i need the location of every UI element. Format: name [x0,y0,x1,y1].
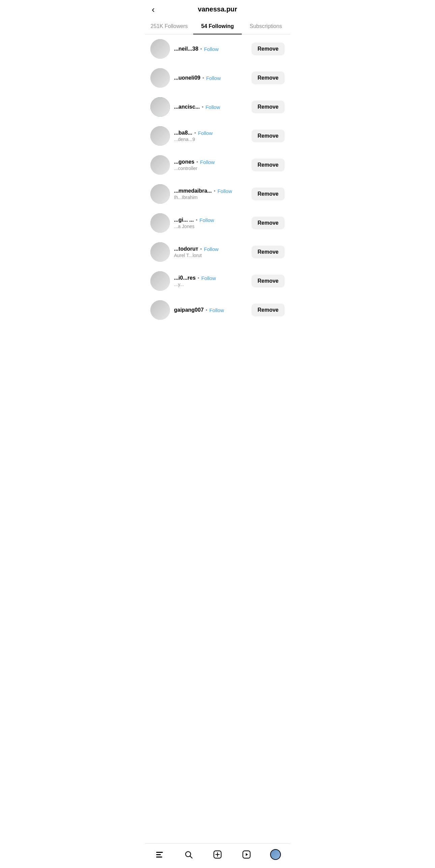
avatar[interactable] [150,68,170,88]
display-name: ...controller [174,166,248,171]
tabs-bar: 251K Followers 54 Following Subscription… [145,19,290,34]
remove-button[interactable]: Remove [252,304,285,316]
tab-following[interactable]: 54 Following [193,19,241,34]
user-info: ...i0...res • Follow ...y... [174,275,248,287]
avatar[interactable] [150,155,170,175]
username: gaipang007 [174,307,204,313]
follow-button[interactable]: Follow [218,188,232,194]
user-info: ...todoruт • Follow Aurel T...lorut [174,246,248,258]
follow-button[interactable]: Follow [209,307,224,313]
follow-button[interactable]: Follow [200,159,214,165]
username: ...neil...38 [174,46,198,52]
follow-button[interactable]: Follow [206,75,221,81]
list-item: ...neil...38 • Follow Remove [145,34,290,63]
user-info: ...gi... ... • Follow ...a Jones [174,217,248,229]
user-info: ...ancisc... • Follow [174,104,248,110]
user-info: gaipang007 • Follow [174,307,248,313]
remove-button[interactable]: Remove [252,43,285,55]
remove-button[interactable]: Remove [252,72,285,84]
add-icon [213,850,222,859]
nav-reels-button[interactable] [240,848,253,861]
user-info: ...uoneli09 • Follow [174,75,248,81]
tab-subscriptions[interactable]: Subscriptions [242,19,290,34]
svg-line-1 [190,856,192,858]
list-item: gaipang007 • Follow Remove [145,296,290,325]
display-name: ...dena...9 [174,137,248,142]
page-title: vanessa.pur [198,5,237,13]
username: ...gi... ... [174,217,194,223]
avatar[interactable] [150,97,170,117]
back-button[interactable]: ‹ [152,5,155,14]
username: ...ancisc... [174,104,200,110]
profile-avatar [270,849,281,860]
avatar[interactable] [150,39,170,59]
follow-button[interactable]: Follow [198,130,212,136]
avatar[interactable] [150,184,170,204]
following-list: ...neil...38 • Follow Remove ...uoneli09… [145,34,290,325]
remove-button[interactable]: Remove [252,275,285,287]
follow-button[interactable]: Follow [201,275,216,281]
nav-search-button[interactable] [182,848,195,861]
username: ...gones [174,159,194,165]
username: ...todoruт [174,246,198,252]
avatar[interactable] [150,271,170,291]
nav-home-button[interactable] [153,848,166,861]
follow-button[interactable]: Follow [204,46,219,52]
remove-button[interactable]: Remove [252,188,285,200]
avatar[interactable] [150,213,170,233]
follow-button[interactable]: Follow [205,104,220,110]
remove-button[interactable]: Remove [252,159,285,171]
bottom-navigation [145,843,290,868]
nav-add-button[interactable] [211,848,224,861]
list-item: ...i0...res • Follow ...y... Remove [145,267,290,296]
user-info: ...mmedaibra... • Follow Ih...Ibrahim [174,188,248,200]
list-item: ...uoneli09 • Follow Remove [145,63,290,92]
tab-followers[interactable]: 251K Followers [145,19,193,34]
display-name: Aurel T...lorut [174,253,248,258]
username: ...mmedaibra... [174,188,212,194]
list-item: ...ancisc... • Follow Remove [145,92,290,121]
list-item: ...mmedaibra... • Follow Ih...Ibrahim Re… [145,179,290,208]
username: ...i0...res [174,275,196,281]
user-info: ...neil...38 • Follow [174,46,248,52]
username: ...ba8... [174,130,192,136]
user-info: ...gones • Follow ...controller [174,159,248,171]
user-info: ...ba8... • Follow ...dena...9 [174,130,248,142]
remove-button[interactable]: Remove [252,217,285,229]
list-item: ...gi... ... • Follow ...a Jones Remove [145,208,290,237]
display-name: ...y... [174,282,248,287]
svg-marker-6 [246,853,248,856]
list-item: ...ba8... • Follow ...dena...9 Remove [145,121,290,150]
display-name: ...a Jones [174,224,248,229]
avatar[interactable] [150,300,170,320]
list-item: ...gones • Follow ...controller Remove [145,150,290,179]
display-name: Ih...Ibrahim [174,195,248,200]
search-icon [184,850,193,859]
follow-button[interactable]: Follow [204,246,219,252]
username: ...uoneli09 [174,75,200,81]
list-item: ...todoruт • Follow Aurel T...lorut Remo… [145,237,290,267]
remove-button[interactable]: Remove [252,246,285,258]
follow-button[interactable]: Follow [200,217,214,223]
reels-icon [242,850,251,859]
avatar[interactable] [150,242,170,262]
header: ‹ vanessa.pur [145,0,290,19]
avatar[interactable] [150,126,170,146]
remove-button[interactable]: Remove [252,101,285,113]
remove-button[interactable]: Remove [252,130,285,142]
nav-profile-button[interactable] [269,848,282,861]
